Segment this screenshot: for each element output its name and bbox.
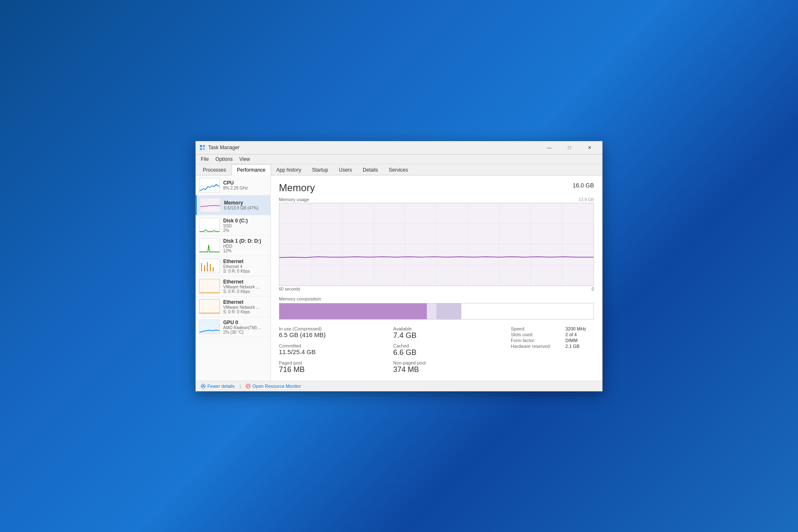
sidebar-item-disk0[interactable]: Disk 0 (C:) SSD 2% (196, 215, 270, 236)
cpu-thumbnail (199, 178, 220, 192)
paged-pool-block: Paged pool 716 MB (279, 360, 383, 374)
svg-rect-5 (200, 198, 221, 212)
sidebar-item-memory[interactable]: Memory 6.5/13.9 GB (47%) (196, 195, 270, 215)
disk1-value: 12% (223, 249, 261, 253)
memory-header: Memory 16.0 GB (279, 182, 594, 194)
memory-label: Memory (224, 200, 259, 206)
eth1-thumbnail (199, 279, 220, 293)
svg-point-31 (246, 384, 250, 388)
app-icon (199, 144, 206, 151)
eth2-thumbnail (199, 299, 220, 314)
comp-modified (427, 303, 436, 319)
form-label: Form factor: (511, 338, 559, 343)
committed-block: Committed 11.5/25.4 GB (279, 343, 383, 357)
svg-rect-1 (203, 145, 205, 147)
close-button[interactable]: ✕ (580, 141, 599, 154)
comp-standby (436, 303, 461, 319)
sidebar-item-ethernet0[interactable]: Ethernet Ethernet 4 S: 0 R: 0 Kbps (196, 256, 270, 276)
tab-processes[interactable]: Processes (197, 164, 232, 175)
sidebar: CPU 8% 2.26 GHz Memory 6.5/13.9 GB (47%) (196, 175, 271, 381)
disk1-label: Disk 1 (D: D: D:) (223, 238, 261, 244)
chart-time-left: 60 seconds (279, 287, 300, 291)
eth2-value: S: 0 R: 0 Kbps (223, 310, 259, 314)
chevron-up-icon (201, 384, 206, 389)
eth0-label: Ethernet (223, 259, 250, 264)
open-resource-monitor-label: Open Resource Monitor (252, 384, 301, 389)
eth2-label: Ethernet (223, 299, 259, 305)
svg-rect-0 (200, 145, 202, 147)
svg-rect-15 (200, 300, 220, 314)
disk0-label: Disk 0 (C:) (223, 218, 248, 224)
menu-file[interactable]: File (197, 155, 212, 163)
speed-value: 3200 MHz (565, 326, 594, 331)
menu-options[interactable]: Options (212, 155, 236, 163)
available-block: Available 7.4 GB (393, 326, 498, 340)
svg-rect-2 (200, 148, 202, 150)
memory-stats: 6.5/13.9 GB (47%) (224, 206, 259, 210)
eth0-thumbnail (199, 259, 220, 273)
paged-pool-label: Paged pool (279, 360, 383, 365)
minimize-button[interactable]: — (540, 141, 559, 154)
composition-bar (279, 303, 594, 320)
tab-users[interactable]: Users (333, 164, 357, 175)
disk0-type: SSD (223, 224, 248, 228)
sidebar-item-gpu0[interactable]: GPU 0 AMD Radeon(TM) ... 2% (30 °C) (196, 317, 270, 337)
composition-section: Memory composition (279, 295, 594, 320)
svg-rect-3 (203, 148, 205, 150)
gpu0-model: AMD Radeon(TM) ... (223, 325, 261, 330)
hw-reserved-label: Hardware reserved: (511, 344, 559, 349)
fewer-details-link[interactable]: Fewer details (201, 384, 234, 389)
eth0-info: Ethernet Ethernet 4 S: 0 R: 0 Kbps (223, 259, 250, 273)
form-value: DIMM (565, 338, 594, 343)
comp-in-use (279, 303, 427, 319)
gpu0-info: GPU 0 AMD Radeon(TM) ... 2% (30 °C) (223, 320, 261, 335)
maximize-button[interactable]: □ (560, 141, 579, 154)
non-paged-pool-label: Non-paged pool (393, 360, 498, 365)
sidebar-item-cpu[interactable]: CPU 8% 2.26 GHz (196, 175, 270, 195)
svg-rect-7 (200, 239, 220, 253)
tab-details[interactable]: Details (357, 164, 384, 175)
task-manager-window: Task Manager — □ ✕ File Options View Pro… (195, 141, 603, 392)
svg-point-30 (201, 384, 205, 388)
disk0-thumbnail (199, 218, 220, 232)
tab-services[interactable]: Services (384, 164, 414, 175)
memory-chart (279, 203, 594, 286)
disk1-type: HDD (223, 244, 261, 249)
cpu-label: CPU (223, 180, 248, 186)
specs-section: Speed: 3200 MHz Slots used: 2 of 4 Form … (511, 326, 594, 374)
disk1-thumbnail (199, 238, 220, 253)
memory-thumbnail (200, 198, 221, 212)
chart-time-labels: 60 seconds 0 (279, 287, 594, 291)
monitor-icon (246, 384, 251, 389)
committed-label: Committed (279, 343, 383, 348)
tab-startup[interactable]: Startup (307, 164, 334, 175)
open-resource-monitor-link[interactable]: Open Resource Monitor (246, 384, 301, 389)
eth0-network: Ethernet 4 (223, 264, 250, 269)
slots-value: 2 of 4 (565, 332, 594, 337)
window-title: Task Manager (208, 145, 540, 150)
footer: Fewer details | Open Resource Monitor (196, 381, 602, 391)
stats-left: In use (Compressed) 6.5 GB (416 MB) Avai… (279, 326, 498, 374)
speed-label: Speed: (511, 326, 559, 331)
sidebar-item-ethernet2[interactable]: Ethernet VMware Network ... S: 0 R: 0 Kb… (196, 297, 270, 317)
non-paged-pool-value: 374 MB (393, 365, 498, 374)
non-paged-pool-block: Non-paged pool 374 MB (393, 360, 498, 374)
in-use-value: 6.5 GB (416 MB) (279, 331, 383, 338)
eth0-value: S: 0 R: 0 Kbps (223, 269, 250, 273)
eth1-value: S: 0 R: 0 Kbps (223, 289, 259, 294)
tab-performance[interactable]: Performance (232, 164, 271, 175)
in-use-block: In use (Compressed) 6.5 GB (416 MB) (279, 326, 383, 340)
main-panel: Memory 16.0 GB Memory usage 13.9 GB (271, 175, 602, 381)
sidebar-item-disk1[interactable]: Disk 1 (D: D: D:) HDD 12% (196, 236, 270, 256)
chart-time-right: 0 (591, 287, 594, 291)
footer-divider: | (239, 384, 241, 389)
window-controls: — □ ✕ (540, 141, 599, 154)
hw-reserved-value: 2.1 GB (565, 344, 594, 349)
disk1-info: Disk 1 (D: D: D:) HDD 12% (223, 238, 261, 253)
tab-app-history[interactable]: App history (271, 164, 307, 175)
gpu0-thumbnail (199, 320, 220, 334)
cpu-stats: 8% 2.26 GHz (223, 186, 248, 190)
sidebar-item-ethernet1[interactable]: Ethernet VMware Network ... S: 0 R: 0 Kb… (196, 276, 270, 297)
cached-value: 6.6 GB (393, 348, 498, 357)
menu-view[interactable]: View (236, 155, 254, 163)
